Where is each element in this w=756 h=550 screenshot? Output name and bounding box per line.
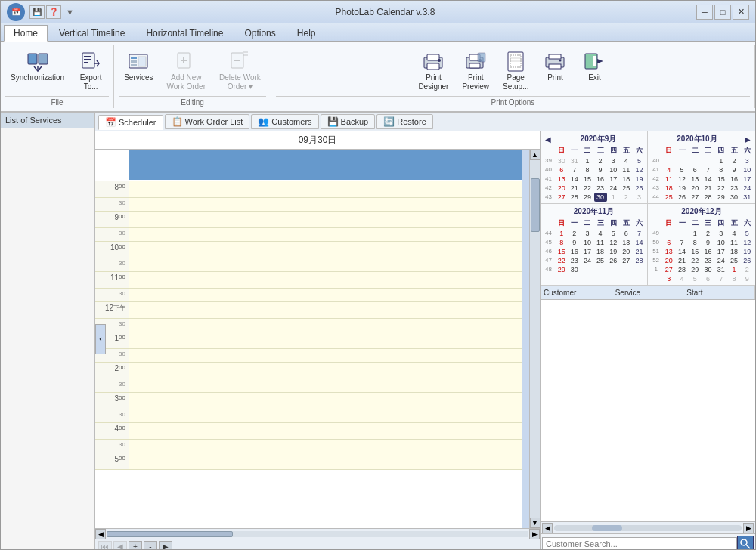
cal-day[interactable]: 5: [607, 229, 620, 238]
cal-day[interactable]: 24: [581, 256, 593, 265]
cal-day[interactable]: 22: [581, 184, 593, 193]
cal-day[interactable]: 9: [702, 238, 714, 247]
cal-day[interactable]: 8: [728, 274, 741, 283]
cal-day[interactable]: 30: [555, 156, 568, 165]
cal-day[interactable]: 25: [594, 256, 607, 265]
tab-vertical-timeline[interactable]: Vertical Timeline: [49, 25, 135, 41]
tab-restore[interactable]: 🔄 Restore: [376, 114, 433, 129]
cal-day[interactable]: 10: [607, 165, 620, 175]
cal-day[interactable]: 16: [594, 175, 607, 184]
export-button[interactable]: ExportTo...: [73, 46, 109, 94]
cal-day[interactable]: [620, 265, 633, 274]
cal-day[interactable]: 20: [620, 247, 633, 256]
cal-day[interactable]: 11: [662, 175, 675, 184]
cal-day[interactable]: 30: [594, 193, 607, 202]
cal-day[interactable]: 25: [620, 184, 633, 193]
synchronization-button[interactable]: Synchronization: [5, 46, 70, 85]
time-slot[interactable]: [129, 363, 522, 379]
cal-day[interactable]: 8: [581, 165, 593, 175]
time-slot[interactable]: [129, 440, 522, 453]
cal-day[interactable]: 3: [633, 193, 646, 202]
cal-day[interactable]: 6: [662, 238, 675, 247]
cal-day[interactable]: 22: [555, 256, 568, 265]
cal-day[interactable]: 27: [689, 193, 702, 202]
vscroll-down-btn[interactable]: ▼: [530, 518, 541, 528]
cal-day[interactable]: 21: [702, 184, 714, 193]
time-slot[interactable]: [129, 272, 522, 288]
cal-day[interactable]: 5: [741, 229, 754, 238]
time-slot[interactable]: [129, 423, 522, 439]
cal-day[interactable]: 14: [568, 175, 581, 184]
cal-day[interactable]: 23: [728, 184, 741, 193]
cal-day[interactable]: 7: [568, 165, 581, 175]
cal-day[interactable]: 13: [555, 175, 568, 184]
time-slot[interactable]: [129, 198, 522, 211]
help-quick-btn[interactable]: ❓: [46, 5, 61, 19]
cal-day[interactable]: 3: [741, 156, 754, 165]
cal-day[interactable]: [607, 265, 620, 274]
cal-day[interactable]: 24: [607, 184, 620, 193]
cal-day[interactable]: 18: [662, 184, 675, 193]
cal-day[interactable]: 11: [728, 238, 741, 247]
nav-add-btn[interactable]: +: [129, 541, 142, 551]
cal-day[interactable]: 5: [633, 156, 646, 165]
time-slot[interactable]: [129, 289, 522, 301]
vscroll-up-btn[interactable]: ▲: [530, 150, 541, 160]
cal-day[interactable]: 15: [714, 175, 727, 184]
print-button[interactable]: Print: [537, 46, 573, 85]
time-slot[interactable]: [129, 332, 522, 348]
time-slot[interactable]: [129, 453, 522, 469]
services-button[interactable]: Services: [119, 46, 158, 85]
cal-day[interactable]: 19: [676, 184, 689, 193]
tab-home[interactable]: Home: [4, 25, 48, 42]
cal-day[interactable]: 30: [702, 265, 714, 274]
cal-day[interactable]: [676, 156, 689, 165]
cal-day[interactable]: 22: [689, 256, 702, 265]
cal-day[interactable]: 29: [555, 265, 568, 274]
cal-day[interactable]: 21: [568, 184, 581, 193]
cal-day[interactable]: [689, 156, 702, 165]
print-designer-button[interactable]: PrintDesigner: [413, 46, 454, 94]
cal-day[interactable]: 12: [741, 238, 754, 247]
cal-day[interactable]: [676, 229, 689, 238]
time-slot[interactable]: [129, 258, 522, 271]
cal-day[interactable]: 27: [555, 193, 568, 202]
nav-first-btn[interactable]: ⏮: [98, 541, 112, 551]
cal-day[interactable]: 8: [555, 238, 568, 247]
cal-day[interactable]: 19: [741, 247, 754, 256]
close-btn[interactable]: ✕: [733, 5, 749, 20]
time-slot[interactable]: [129, 228, 522, 241]
cal-day[interactable]: 31: [741, 193, 754, 202]
cal-day[interactable]: 25: [662, 193, 675, 202]
cal-day[interactable]: 26: [633, 184, 646, 193]
cal-day[interactable]: 3: [714, 229, 727, 238]
cal-day[interactable]: 15: [555, 247, 568, 256]
cal-day[interactable]: 11: [594, 238, 607, 247]
tab-scheduler[interactable]: 📅 Scheduler: [98, 115, 163, 130]
hscroll-thumb[interactable]: [107, 531, 233, 537]
cal-day[interactable]: 27: [620, 256, 633, 265]
cal-day[interactable]: 17: [607, 175, 620, 184]
customer-search-input[interactable]: [542, 537, 737, 550]
cal-day[interactable]: 4: [728, 229, 741, 238]
cal-day[interactable]: 11: [620, 165, 633, 175]
cal-day[interactable]: 9: [594, 165, 607, 175]
cal-day[interactable]: 15: [689, 247, 702, 256]
cal-day[interactable]: 13: [662, 247, 675, 256]
cal-day[interactable]: 20: [689, 184, 702, 193]
cal-day[interactable]: 19: [633, 175, 646, 184]
cal-day[interactable]: 13: [689, 175, 702, 184]
tab-help[interactable]: Help: [287, 25, 326, 41]
cal-day[interactable]: [581, 265, 593, 274]
page-setup-button[interactable]: PageSetup...: [497, 46, 534, 94]
cal-day[interactable]: 26: [676, 193, 689, 202]
cal-day[interactable]: 18: [620, 175, 633, 184]
cal-day[interactable]: 1: [689, 229, 702, 238]
cal-day[interactable]: 1: [714, 156, 727, 165]
cal-day[interactable]: 21: [633, 247, 646, 256]
cal-day[interactable]: 14: [702, 175, 714, 184]
time-slot[interactable]: [129, 181, 522, 197]
cal-day[interactable]: 24: [714, 256, 727, 265]
tab-backup[interactable]: 💾 Backup: [321, 114, 376, 129]
vscroll-thumb[interactable]: [531, 178, 540, 232]
